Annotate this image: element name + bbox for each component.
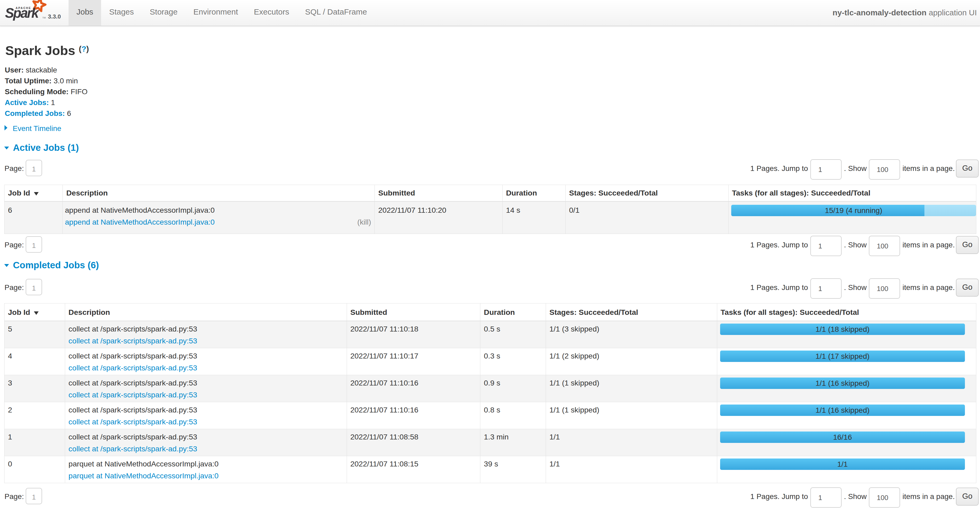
svg-text:Spark: Spark	[5, 6, 40, 21]
svg-text:TM: TM	[42, 16, 46, 19]
